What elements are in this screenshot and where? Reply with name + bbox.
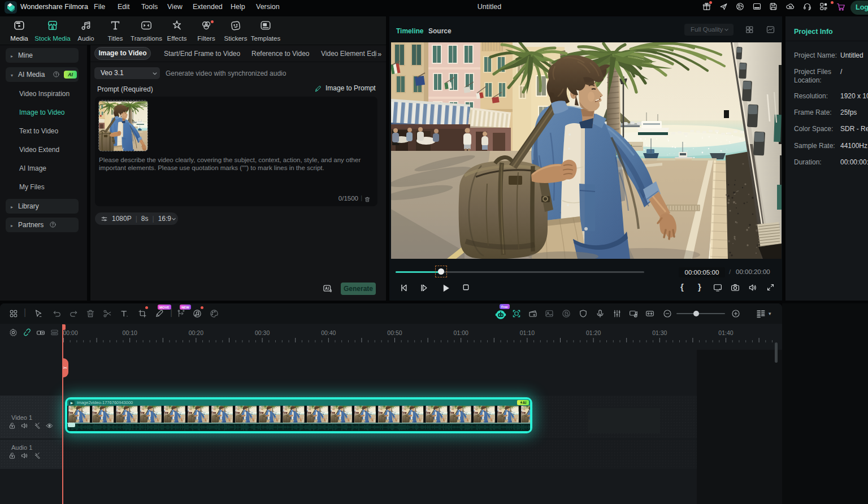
svg-text:01:20: 01:20	[586, 329, 601, 336]
svg-text:00:00: 00:00	[63, 329, 78, 336]
svg-text:01:30: 01:30	[652, 329, 667, 336]
svg-text:01:40: 01:40	[718, 329, 733, 336]
svg-text:00:30: 00:30	[255, 329, 270, 336]
svg-text:00:40: 00:40	[321, 329, 336, 336]
svg-text:00:50: 00:50	[387, 329, 402, 336]
svg-text:00:20: 00:20	[189, 329, 203, 336]
svg-text:01:10: 01:10	[520, 329, 535, 336]
svg-text:00:10: 00:10	[123, 329, 137, 336]
svg-text:01:00: 01:00	[454, 329, 468, 336]
